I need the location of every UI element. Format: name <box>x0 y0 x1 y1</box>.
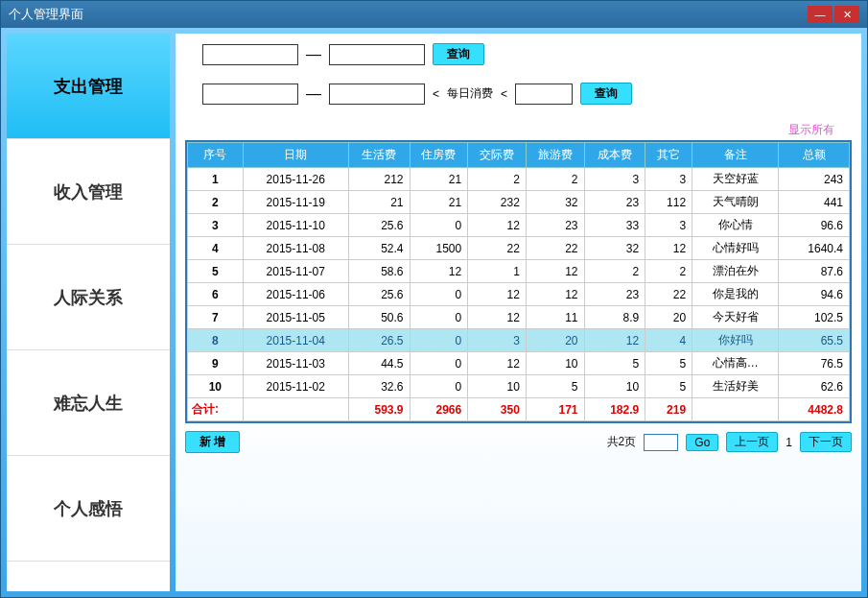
cell-travel: 11 <box>526 306 584 329</box>
sidebar-tab-0[interactable]: 支出管理 <box>7 34 170 139</box>
column-header[interactable]: 生活费 <box>348 143 410 168</box>
cell-life: 44.5 <box>348 352 410 375</box>
cell-date: 2015-11-10 <box>243 214 348 237</box>
filter-from-input[interactable] <box>202 84 298 105</box>
page-input[interactable] <box>644 434 678 451</box>
filter-to-input[interactable] <box>329 84 425 105</box>
cell-date: 2015-11-26 <box>243 168 348 191</box>
go-button[interactable]: Go <box>686 434 718 451</box>
cell-social: 3 <box>468 329 527 352</box>
lt-icon-left: < <box>433 87 439 101</box>
page-count-label: 共2页 <box>607 434 637 450</box>
cell-travel: 20 <box>526 329 584 352</box>
current-page-label: 1 <box>786 436 792 449</box>
app-window: 个人管理界面 — ✕ 支出管理收入管理人际关系难忘人生个人感悟 — 查询 — <… <box>0 0 868 598</box>
cell-total: 441 <box>779 191 850 214</box>
dash-icon: — <box>306 85 321 103</box>
table-row[interactable]: 82015-11-0426.50320124你好吗65.5 <box>188 329 850 352</box>
total-cell <box>243 398 348 421</box>
table-row[interactable]: 102015-11-0232.60105105生活好美62.6 <box>188 375 850 398</box>
column-header[interactable]: 成本费 <box>584 143 645 168</box>
table-row[interactable]: 42015-11-0852.4150022223212心情好吗1640.4 <box>188 237 850 260</box>
cell-house: 21 <box>410 191 468 214</box>
cell-seq: 6 <box>188 283 244 306</box>
lt-icon-right: < <box>501 87 507 101</box>
cell-life: 52.4 <box>348 237 410 260</box>
cell-cost: 10 <box>584 375 645 398</box>
cell-seq: 2 <box>188 191 244 214</box>
minimize-button[interactable]: — <box>808 6 833 23</box>
prev-page-button[interactable]: 上一页 <box>726 432 778 452</box>
column-header[interactable]: 备注 <box>692 143 779 168</box>
cell-cost: 12 <box>584 329 645 352</box>
sidebar-tab-1[interactable]: 收入管理 <box>7 139 170 245</box>
add-button[interactable]: 新 增 <box>185 431 240 453</box>
cell-life: 21 <box>348 191 410 214</box>
cell-travel: 2 <box>526 168 584 191</box>
table-row[interactable]: 52015-11-0758.61211222漂泊在外87.6 <box>188 260 850 283</box>
cell-other: 3 <box>645 168 692 191</box>
column-header[interactable]: 总额 <box>779 143 850 168</box>
cell-seq: 7 <box>188 306 244 329</box>
column-header[interactable]: 旅游费 <box>526 143 584 168</box>
column-header[interactable]: 序号 <box>188 143 244 168</box>
cell-remark: 你心情 <box>692 214 779 237</box>
titlebar: 个人管理界面 — ✕ <box>1 1 867 28</box>
cell-date: 2015-11-03 <box>243 352 348 375</box>
cell-other: 22 <box>645 283 692 306</box>
daily-expense-label: 每日消费 <box>447 85 493 102</box>
close-button[interactable]: ✕ <box>834 6 859 23</box>
sidebar-tab-2[interactable]: 人际关系 <box>7 245 170 350</box>
show-all-link[interactable]: 显示所有 <box>185 122 852 138</box>
cell-remark: 你好吗 <box>692 329 779 352</box>
pager: 共2页 Go 上一页 1 下一页 <box>607 432 852 452</box>
table-row[interactable]: 12015-11-26212212233天空好蓝243 <box>188 168 850 191</box>
column-header[interactable]: 交际费 <box>468 143 527 168</box>
cell-life: 212 <box>348 168 410 191</box>
table-row[interactable]: 32015-11-1025.601223333你心情96.6 <box>188 214 850 237</box>
cell-life: 25.6 <box>348 214 410 237</box>
sidebar-tab-3[interactable]: 难忘人生 <box>7 350 170 456</box>
query-button-2[interactable]: 查询 <box>580 83 632 105</box>
cell-social: 12 <box>468 306 527 329</box>
cell-other: 112 <box>645 191 692 214</box>
daily-expense-input[interactable] <box>515 84 573 105</box>
column-header[interactable]: 其它 <box>645 143 692 168</box>
filter-row: — < 每日消费 < 查询 <box>185 83 852 105</box>
column-header[interactable]: 住房费 <box>410 143 468 168</box>
cell-travel: 12 <box>526 283 584 306</box>
cell-cost: 2 <box>584 260 645 283</box>
total-cell: 219 <box>645 398 692 421</box>
cell-cost: 5 <box>584 352 645 375</box>
cell-date: 2015-11-07 <box>243 260 348 283</box>
cell-total: 243 <box>779 168 850 191</box>
cell-social: 22 <box>468 237 527 260</box>
date-to-input[interactable] <box>329 44 425 65</box>
sidebar-tab-4[interactable]: 个人感悟 <box>7 456 170 562</box>
cell-total: 62.6 <box>779 375 850 398</box>
cell-cost: 8.9 <box>584 306 645 329</box>
cell-remark: 天空好蓝 <box>692 168 779 191</box>
total-cell: 4482.8 <box>779 398 850 421</box>
table-row[interactable]: 92015-11-0344.50121055心情高…76.5 <box>188 352 850 375</box>
cell-social: 12 <box>468 283 527 306</box>
cell-social: 12 <box>468 352 527 375</box>
cell-total: 1640.4 <box>779 237 850 260</box>
table-row[interactable]: 62015-11-0625.6012122322你是我的94.6 <box>188 283 850 306</box>
window-title: 个人管理界面 <box>9 6 83 23</box>
cell-cost: 23 <box>584 191 645 214</box>
cell-remark: 天气晴朗 <box>692 191 779 214</box>
total-cell <box>692 398 779 421</box>
table-row[interactable]: 22015-11-1921212323223112天气晴朗441 <box>188 191 850 214</box>
query-button-1[interactable]: 查询 <box>433 43 484 65</box>
date-from-input[interactable] <box>202 44 298 65</box>
cell-total: 76.5 <box>779 352 850 375</box>
cell-seq: 1 <box>188 168 244 191</box>
column-header[interactable]: 日期 <box>243 143 348 168</box>
cell-remark: 今天好省 <box>692 306 779 329</box>
table-row[interactable]: 72015-11-0550.6012118.920今天好省102.5 <box>188 306 850 329</box>
cell-life: 26.5 <box>348 329 410 352</box>
total-cell: 182.9 <box>584 398 645 421</box>
next-page-button[interactable]: 下一页 <box>800 432 852 452</box>
cell-travel: 12 <box>526 260 584 283</box>
